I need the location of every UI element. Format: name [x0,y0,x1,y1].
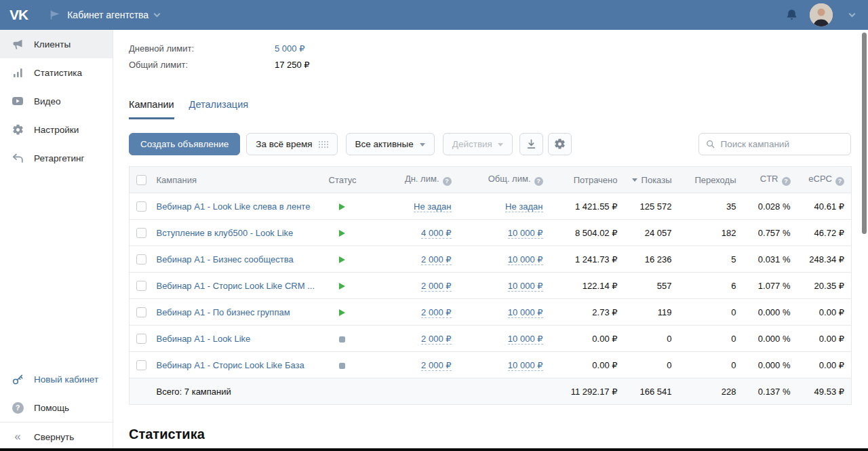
row-checkbox[interactable] [136,307,146,317]
impressions-cell: 125 572 [625,193,679,220]
col-header-daily-limit[interactable]: Дн. лим.? [387,167,458,193]
status-filter-dropdown[interactable]: Все активные [346,133,435,155]
create-ad-button[interactable]: Создать объявление [129,133,240,155]
table-row: Вебинар А1 - Сторис Look Like База 2 000… [130,352,852,378]
avatar[interactable] [810,3,833,26]
ecpc-cell: 0.00 ₽ [797,326,852,352]
scrollbar-thumb[interactable] [862,33,867,234]
daily-limit-link[interactable]: 2 000 ₽ [421,334,451,345]
col-header-ctr[interactable]: CTR? [743,167,797,193]
total-limit-link[interactable]: 10 000 ₽ [508,254,543,265]
notifications-bell-icon[interactable] [785,8,799,22]
status-icon [339,230,345,237]
vk-logo[interactable]: VK [9,7,28,23]
daily-limit-link[interactable]: 4 000 ₽ [421,228,451,239]
col-header-status[interactable]: Статус [326,167,387,193]
row-checkbox[interactable] [136,254,146,264]
total-limit-label: Общий лимит: [129,58,275,72]
gear-icon [11,124,24,136]
help-icon[interactable]: ? [782,177,791,186]
account-chevron-down-icon[interactable] [849,11,856,18]
export-download-button[interactable] [519,133,543,155]
daily-limit-link[interactable]: 2 000 ₽ [421,307,451,318]
retargeting-undo-icon [11,153,24,164]
daily-limit-link[interactable]: 2 000 ₽ [421,360,451,371]
sidebar-item-retargeting[interactable]: Ретаргетинг [0,144,113,172]
campaign-link[interactable]: Вебинар А1 - Look Like слева в ленте [157,201,311,212]
toolbar: Создать объявление За всё время Все акти… [129,133,851,155]
key-icon [11,373,24,385]
actions-dropdown-disabled[interactable]: Действия [443,133,513,155]
clicks-cell: 5 [679,246,743,273]
impressions-cell: 119 [625,299,679,326]
row-checkbox[interactable] [136,360,146,370]
row-checkbox[interactable] [136,201,146,212]
total-limit-value: 17 250 ₽ [275,58,310,72]
col-header-ecpc[interactable]: eCPC? [797,167,852,193]
cabinet-switcher[interactable]: Кабинет агентства [50,9,159,20]
total-limit-link[interactable]: 10 000 ₽ [508,307,543,318]
bar-chart-icon [11,67,24,79]
tab-campaigns[interactable]: Кампании [129,99,174,119]
spent-cell: 122.14 ₽ [550,273,625,299]
campaign-link[interactable]: Вебинар А1 - Сторис Look Like CRM ... [157,281,315,291]
sidebar-item-collapse[interactable]: « Свернуть [0,423,113,451]
tab-details[interactable]: Детализация [189,99,248,119]
clicks-cell: 35 [679,193,743,220]
total-limit-link[interactable]: 10 000 ₽ [508,228,543,239]
table-row: Вебинар А1 - Look Like 2 000 ₽ 10 000 ₽ … [130,326,852,352]
daily-limit-link[interactable]: Не задан [414,201,451,212]
limits-block: Дневной лимит: 5 000 ₽ Общий лимит: 17 2… [129,42,851,72]
total-limit-link[interactable]: 10 000 ₽ [508,281,543,292]
spent-cell: 1 241.73 ₽ [550,246,625,273]
sidebar-item-statistics[interactable]: Статистика [0,58,113,87]
campaign-link[interactable]: Вебинар А1 - По бизнес группам [157,307,290,317]
help-icon[interactable]: ? [443,177,452,186]
sidebar-item-label: Настройки [34,125,79,135]
col-header-clicks[interactable]: Переходы [679,167,743,193]
impressions-cell: 0 [625,326,679,352]
sidebar-item-help[interactable]: ? Помощь [0,393,113,422]
search-input[interactable] [720,139,844,149]
campaign-link[interactable]: Вебинар А1 - Сторис Look Like База [157,360,304,370]
campaign-link[interactable]: Вступление в клуб500 - Look Like [157,228,294,238]
campaign-link[interactable]: Вебинар А1 - Look Like [157,334,251,344]
col-header-campaign[interactable]: Кампания [154,167,326,193]
daily-limit-link[interactable]: 2 000 ₽ [421,254,451,265]
row-checkbox[interactable] [136,228,146,238]
ecpc-cell: 248.34 ₽ [797,246,852,273]
sidebar-item-new-cabinet[interactable]: Новый кабинет [0,365,113,393]
total-limit-link[interactable]: Не задан [505,201,542,212]
pennant-flag-icon [50,10,60,20]
daily-limit-value-link[interactable]: 5 000 ₽ [275,42,304,56]
daily-limit-link[interactable]: 2 000 ₽ [421,281,451,292]
sidebar-item-settings[interactable]: Настройки [0,115,113,144]
status-icon [339,336,345,342]
help-icon[interactable]: ? [534,177,543,186]
ecpc-cell: 20.35 ₽ [797,273,852,299]
campaign-link[interactable]: Вебинар А1 - Бизнес сообщества [157,254,294,264]
period-filter-button[interactable]: За всё время [246,133,337,155]
collapse-chevrons-icon: « [11,433,24,440]
total-limit-row: Общий лимит: 17 250 ₽ [129,58,851,72]
status-icon [339,203,345,210]
row-checkbox[interactable] [136,334,146,344]
row-checkbox[interactable] [136,281,146,291]
status-filter-label: Все активные [355,139,414,149]
table-settings-button[interactable] [548,133,572,155]
col-header-spent[interactable]: Потрачено [550,167,625,193]
sidebar-item-label: Видео [34,96,60,106]
chevron-down-icon [420,143,425,146]
status-icon [339,256,345,263]
total-limit-link[interactable]: 10 000 ₽ [508,360,543,371]
select-all-checkbox[interactable] [136,175,146,185]
col-header-impressions[interactable]: Показы [625,167,679,193]
col-header-total-limit[interactable]: Общ. лим.? [458,167,550,193]
tabs: Кампании Детализация [129,99,851,119]
help-icon[interactable]: ? [835,177,844,186]
sidebar-item-clients[interactable]: Клиенты [0,30,113,58]
sidebar-item-video[interactable]: Видео [0,87,113,115]
impressions-cell: 16 236 [625,246,679,273]
sidebar-item-label: Клиенты [34,39,71,50]
total-limit-link[interactable]: 10 000 ₽ [508,334,543,345]
